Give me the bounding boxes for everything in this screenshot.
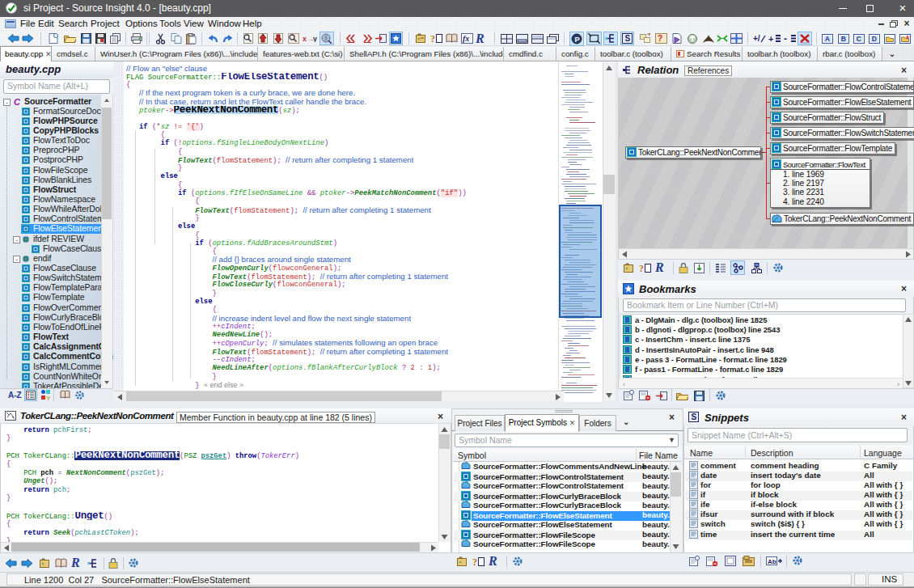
svg-text:?: ? bbox=[472, 556, 477, 567]
svg-text:R: R bbox=[476, 32, 485, 45]
svg-text:R: R bbox=[489, 555, 497, 568]
svg-text:?: ? bbox=[430, 33, 435, 44]
svg-text:P: P bbox=[575, 36, 580, 44]
svg-text:S: S bbox=[692, 412, 697, 421]
svg-text:fx: fx bbox=[463, 34, 469, 43]
svg-text:A: A bbox=[825, 35, 830, 43]
svg-text:B: B bbox=[841, 35, 846, 43]
svg-text:?: ? bbox=[639, 263, 644, 273]
svg-text:Ab: Ab bbox=[768, 558, 776, 565]
svg-text:-: - bbox=[784, 34, 787, 43]
svg-text:S: S bbox=[625, 34, 631, 43]
svg-text:?: ? bbox=[658, 34, 662, 43]
svg-text:+/: +/ bbox=[753, 34, 760, 43]
svg-text:C: C bbox=[857, 35, 861, 43]
svg-text:+: + bbox=[768, 34, 773, 43]
svg-text:R: R bbox=[71, 556, 80, 569]
svg-text:y: y bbox=[313, 35, 317, 42]
svg-text:Y: Y bbox=[47, 396, 51, 400]
svg-text:D: D bbox=[872, 35, 877, 43]
svg-text:x: x bbox=[303, 35, 307, 42]
svg-text:R: R bbox=[655, 261, 664, 274]
